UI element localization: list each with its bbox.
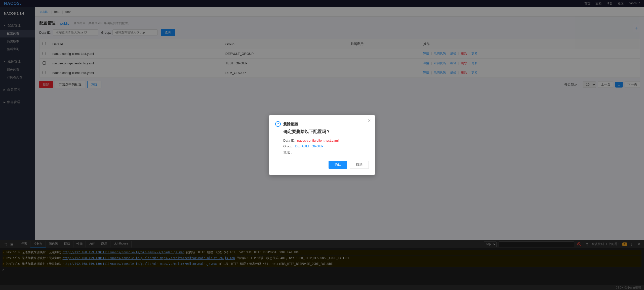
modal-group-label: Group: [283, 144, 293, 148]
modal-question-icon: ? [275, 121, 281, 127]
modal-info-region: 地域： [283, 150, 369, 155]
delete-config-modal: ✕ ? 删除配置 确定要删除以下配置吗？ Data ID: nacos-conf… [269, 115, 375, 175]
modal-subtitle: 确定要删除以下配置吗？ [283, 129, 369, 135]
modal-main-title: 删除配置 [283, 122, 298, 127]
modal-confirm-button[interactable]: 确认 [329, 161, 347, 169]
modal-data-id-value: nacos-config-client-test.yaml [297, 139, 339, 142]
modal-cancel-button[interactable]: 取消 [350, 161, 369, 169]
modal-group-value: DEFAULT_GROUP [295, 144, 323, 148]
modal-close-button[interactable]: ✕ [368, 118, 371, 123]
modal-overlay: ✕ ? 删除配置 确定要删除以下配置吗？ Data ID: nacos-conf… [0, 0, 644, 290]
modal-region-label: 地域： [283, 150, 293, 154]
modal-info-group: Group: DEFAULT_GROUP [283, 144, 369, 148]
modal-title-row: ? 删除配置 [275, 121, 369, 127]
modal-info-data-id: Data ID: nacos-config-client-test.yaml [283, 139, 369, 142]
modal-footer: 确认 取消 [275, 161, 369, 169]
modal-data-id-label: Data ID: [283, 139, 295, 142]
